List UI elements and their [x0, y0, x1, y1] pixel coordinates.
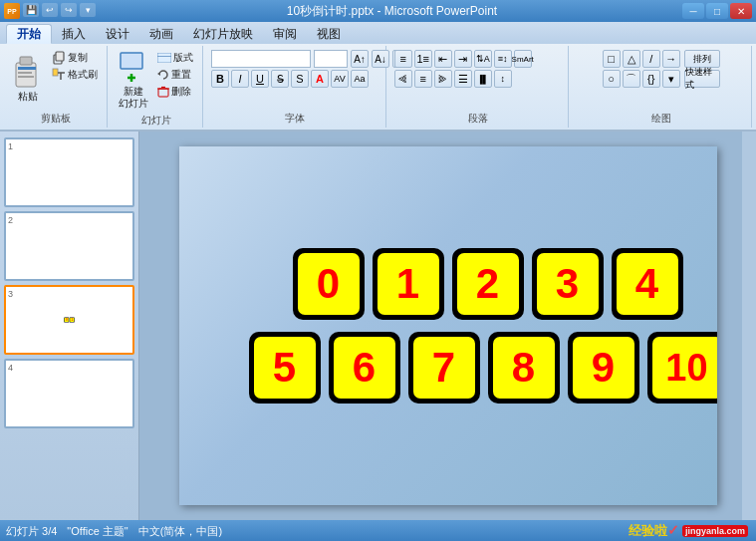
paste-button[interactable]: 粘贴 [10, 50, 46, 110]
watermark-text: 经验啦✓ [629, 522, 679, 540]
maximize-button[interactable]: □ [706, 3, 728, 19]
align-right-btn[interactable]: ⫸ [434, 70, 452, 88]
font-size-input[interactable] [314, 50, 348, 68]
tile-0-text: 0 [317, 263, 340, 305]
slide-num-3: 3 [8, 289, 13, 299]
tab-slideshow[interactable]: 幻灯片放映 [183, 24, 263, 44]
delete-button[interactable]: 删除 [154, 84, 196, 100]
slide-thumb-2[interactable]: 2 [4, 211, 134, 281]
bold-btn[interactable]: B [211, 70, 229, 88]
ribbon-group-font: A↑ A↓ ✕ B I U S̶ S A AV Aa 字体 [205, 46, 386, 128]
ribbon-group-drawing: □ △ / → ○ ⌒ {} ▾ 排列 快速样式 绘图 [571, 46, 752, 128]
drawing-label: 绘图 [651, 112, 671, 126]
window-title: 10秒倒计时.pptx - Microsoft PowerPoint [102, 3, 682, 20]
rectangle-btn[interactable]: □ [603, 50, 621, 68]
shape-grid: □ △ / → ○ ⌒ {} ▾ [603, 50, 680, 88]
strikethrough-btn[interactable]: S̶ [271, 70, 289, 88]
ribbon-content: 粘贴 复制 格式刷 剪贴板 [0, 44, 756, 132]
clipboard-content: 粘贴 复制 格式刷 [10, 48, 101, 110]
slides-content: 新建 幻灯片 版式 重置 删除 [116, 48, 196, 112]
tab-animation[interactable]: 动画 [139, 24, 183, 44]
shape-row2: ○ ⌒ {} ▾ [603, 70, 680, 88]
slide-panel: 1 2 3 0 1 4 [0, 132, 756, 520]
font-color-btn[interactable]: A [311, 70, 329, 88]
more-shapes-btn[interactable]: ▾ [662, 70, 680, 88]
quick-undo-btn[interactable]: ↩ [42, 3, 58, 17]
tile-6-inner: 6 [334, 337, 395, 399]
tile-8: 8 [488, 332, 560, 404]
scroll-bar[interactable] [742, 132, 756, 520]
align-center-btn[interactable]: ≡ [414, 70, 432, 88]
paragraph-content: ≡ 1≡ ⇤ ⇥ ⇅A ≡↕ SmArt ⫷ ≡ ⫸ ☰ ▐▌ ↕ [394, 48, 563, 110]
align-left-btn[interactable]: ⫷ [394, 70, 412, 88]
indent-less-btn[interactable]: ⇤ [434, 50, 452, 68]
tab-design[interactable]: 设计 [96, 24, 139, 44]
col-btn[interactable]: ▐▌ [474, 70, 492, 88]
tile-3-text: 3 [556, 263, 579, 305]
smartart-btn[interactable]: SmArt [514, 50, 532, 68]
layout-button[interactable]: 版式 [154, 50, 196, 66]
format-label: 格式刷 [68, 68, 98, 82]
justify-btn[interactable]: ☰ [454, 70, 472, 88]
close-button[interactable]: ✕ [730, 3, 752, 19]
window-controls: ─ □ ✕ [682, 3, 752, 19]
slide-thumb-1[interactable]: 1 [4, 137, 134, 207]
numbers-area: 0 1 2 3 [179, 146, 717, 505]
svg-rect-4 [18, 76, 34, 78]
svg-rect-7 [53, 69, 58, 76]
quick-save-btn[interactable]: 💾 [23, 3, 39, 17]
quick-styles-btn[interactable]: 快速样式 [684, 70, 720, 88]
drawing-content: □ △ / → ○ ⌒ {} ▾ 排列 快速样式 [603, 48, 720, 110]
svg-rect-0 [16, 63, 36, 87]
tile-2-text: 2 [476, 263, 499, 305]
format-painter-button[interactable]: 格式刷 [49, 67, 101, 83]
underline-btn[interactable]: U [251, 70, 269, 88]
tab-home[interactable]: 开始 [6, 24, 52, 44]
slide-thumb-4[interactable]: 4 [4, 359, 134, 428]
increase-font-btn[interactable]: A↑ [351, 50, 369, 68]
title-bar-icons: PP 💾 ↩ ↪ ▾ [4, 3, 96, 19]
text-direction-btn[interactable]: ⇅A [474, 50, 492, 68]
align-text-btn[interactable]: ≡↕ [494, 50, 512, 68]
shadow-btn[interactable]: S [291, 70, 309, 88]
triangle-btn[interactable]: △ [623, 50, 640, 68]
copy-button[interactable]: 复制 [49, 50, 101, 66]
tile-8-inner: 8 [493, 337, 555, 399]
style-btns: 排列 快速样式 [684, 50, 720, 88]
brace-btn[interactable]: {} [642, 70, 660, 88]
para-row1: ≡ 1≡ ⇤ ⇥ ⇅A ≡↕ SmArt [394, 50, 532, 68]
layout-label: 版式 [173, 51, 193, 65]
font-row1: A↑ A↓ ✕ [211, 50, 410, 68]
char-spacing-btn[interactable]: Aa [351, 70, 369, 88]
italic-btn[interactable]: I [231, 70, 249, 88]
status-bar: 幻灯片 3/4 "Office 主题" 中文(简体，中国) 经验啦✓ jingy… [0, 520, 756, 541]
minimize-button[interactable]: ─ [682, 3, 704, 19]
numbering-btn[interactable]: 1≡ [414, 50, 432, 68]
slide-thumb-3[interactable]: 3 0 1 [4, 285, 134, 355]
slide-canvas[interactable]: 0 1 2 3 [179, 146, 717, 505]
curve-btn[interactable]: ⌒ [623, 70, 640, 88]
slide-navigator[interactable]: 1 2 3 0 1 4 [0, 132, 139, 520]
indent-more-btn[interactable]: ⇥ [454, 50, 472, 68]
quick-dropdown-btn[interactable]: ▾ [80, 3, 96, 17]
tab-view[interactable]: 视图 [307, 24, 351, 44]
reset-button[interactable]: 重置 [154, 67, 196, 83]
arrow-btn[interactable]: → [662, 50, 680, 68]
font-name-input[interactable] [211, 50, 311, 68]
oval-btn[interactable]: ○ [603, 70, 621, 88]
app-icon: PP [4, 3, 20, 19]
decrease-font-btn[interactable]: A↓ [372, 50, 389, 68]
copy-label: 复制 [68, 51, 88, 65]
line-spacing-btn[interactable]: ↕ [494, 70, 512, 88]
bullets-btn[interactable]: ≡ [394, 50, 412, 68]
tab-insert[interactable]: 插入 [52, 24, 96, 44]
font-spacing-btn[interactable]: AV [331, 70, 349, 88]
numbers-row-2: 5 6 7 8 [249, 332, 717, 404]
clipboard-label: 剪贴板 [41, 112, 71, 126]
tile-7-inner: 7 [413, 337, 475, 399]
tile-9-inner: 9 [573, 337, 634, 399]
new-slide-button[interactable]: 新建 幻灯片 [116, 50, 151, 112]
tab-review[interactable]: 审阅 [263, 24, 307, 44]
line-btn[interactable]: / [642, 50, 660, 68]
quick-redo-btn[interactable]: ↪ [61, 3, 77, 17]
